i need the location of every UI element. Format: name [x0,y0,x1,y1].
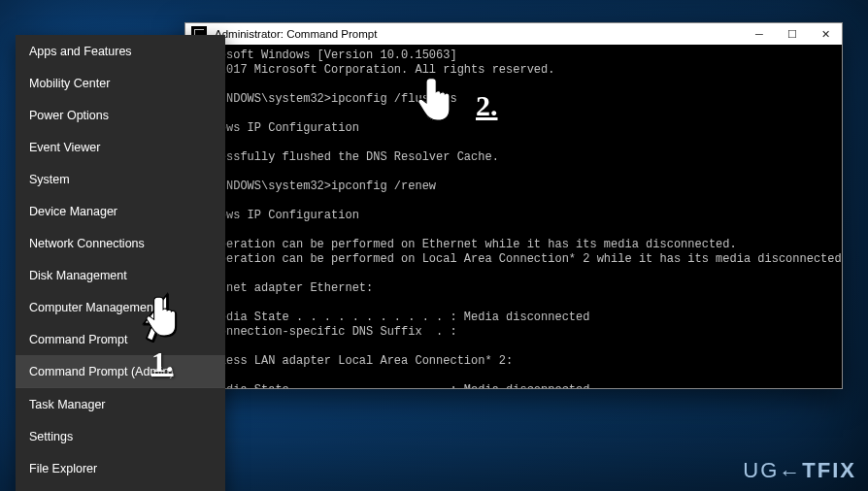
menu-item-command-prompt[interactable]: Command Prompt [16,323,225,355]
watermark-logo: UG←ETFIX [743,458,856,483]
cmd-window: Administrator: Command Prompt ─ ☐ ✕ Micr… [184,22,843,389]
menu-item-command-prompt-admin-[interactable]: Command Prompt (Admin) [16,355,225,387]
minimize-button[interactable]: ─ [743,23,776,45]
menu-item-disk-management[interactable]: Disk Management [16,259,225,291]
menu-item-settings[interactable]: Settings [16,420,225,452]
menu-item-apps-and-features[interactable]: Apps and Features [16,35,225,67]
maximize-button[interactable]: ☐ [776,23,809,45]
close-button[interactable]: ✕ [809,23,842,45]
menu-item-task-manager[interactable]: Task Manager [16,388,225,420]
desktop: Administrator: Command Prompt ─ ☐ ✕ Micr… [0,0,868,491]
menu-item-search[interactable]: Search [16,484,225,491]
cmd-output[interactable]: Microsoft Windows [Version 10.0.15063] (… [185,45,842,388]
cmd-titlebar[interactable]: Administrator: Command Prompt ─ ☐ ✕ [185,23,842,45]
menu-item-event-viewer[interactable]: Event Viewer [16,131,225,163]
menu-item-device-manager[interactable]: Device Manager [16,195,225,227]
power-user-menu: Apps and FeaturesMobility CenterPower Op… [16,35,225,491]
cmd-title: Administrator: Command Prompt [213,28,743,40]
menu-item-computer-management[interactable]: Computer Management [16,291,225,323]
menu-item-mobility-center[interactable]: Mobility Center [16,67,225,99]
menu-item-network-connections[interactable]: Network Connections [16,227,225,259]
menu-item-system[interactable]: System [16,163,225,195]
menu-item-power-options[interactable]: Power Options [16,99,225,131]
menu-item-file-explorer[interactable]: File Explorer [16,452,225,484]
